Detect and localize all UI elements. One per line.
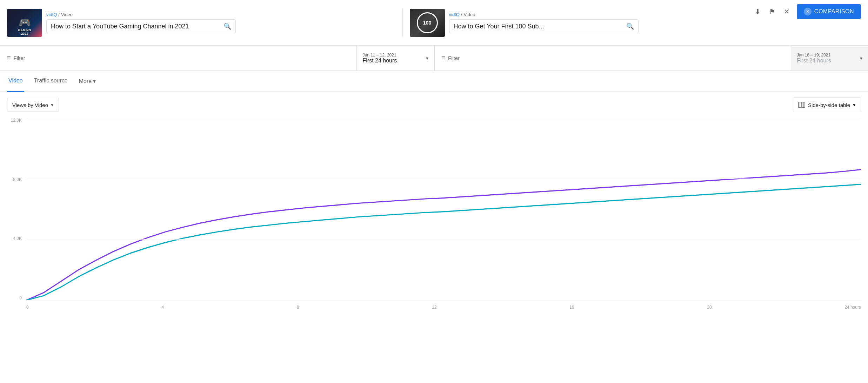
view-dropdown[interactable]: Side-by-side table ▾ (793, 98, 861, 112)
right-video-thumbnail: 100 (410, 9, 445, 37)
x-label-0: 0 (26, 305, 29, 310)
tab-more-label: More (79, 78, 92, 85)
x-label-8: 8 (297, 305, 299, 310)
right-video-title-input[interactable] (454, 23, 623, 30)
left-breadcrumb: vidIQ / Video (46, 12, 395, 17)
x-label-20: 20 (707, 305, 712, 310)
right-video-search-box[interactable]: 🔍 (449, 19, 639, 33)
left-filter-icon: ≡ (7, 54, 11, 62)
grid-line-4k (26, 239, 861, 240)
y-label-4k: 4.0K (13, 236, 22, 241)
right-filter-label[interactable]: Filter (448, 55, 460, 61)
cyan-series-line (26, 184, 861, 300)
comparison-label: COMPARISON (814, 8, 854, 15)
left-date-chevron-icon: ▾ (426, 55, 428, 61)
y-label-12k: 12.0K (11, 118, 22, 123)
tab-video[interactable]: Video (7, 71, 24, 92)
purple-series-line (26, 169, 861, 300)
top-header: 🎮 GAMING2021 vidIQ / Video 🔍 100 vidI (0, 0, 868, 46)
left-filter-label[interactable]: Filter (14, 55, 25, 61)
download-button[interactable]: ⬇ (753, 6, 762, 17)
tab-video-label: Video (8, 78, 23, 84)
grid-line-top (26, 118, 861, 118)
right-filter-icon: ≡ (442, 54, 446, 62)
left-brand[interactable]: vidIQ (46, 12, 57, 17)
left-date-picker[interactable]: Jan 11 – 12, 2021 First 24 hours ▾ (357, 46, 434, 70)
right-brand[interactable]: vidIQ (449, 12, 460, 17)
comparison-close-icon: ✕ (804, 8, 812, 15)
filter-bar: ≡ Filter Jan 11 – 12, 2021 First 24 hour… (0, 46, 868, 71)
right-breadcrumb-sep: / (461, 12, 462, 17)
left-search-icon[interactable]: 🔍 (223, 22, 231, 30)
chart-svg (26, 118, 861, 300)
right-date-picker[interactable]: Jan 18 – 19, 2021 First 24 hours ▾ (791, 46, 868, 70)
tab-nav: Video Traffic source More ▾ (0, 71, 868, 92)
left-date-period: First 24 hours (363, 58, 424, 64)
x-label-16: 16 (569, 305, 574, 310)
right-video-info: vidIQ / Video 🔍 (449, 12, 798, 33)
y-axis: 12.0K 8.0K 4.0K 0 (7, 118, 25, 300)
left-video-panel: 🎮 GAMING2021 vidIQ / Video 🔍 (0, 9, 403, 37)
x-label-12: 12 (432, 305, 436, 310)
chart-plot (26, 118, 861, 300)
top-actions: ⬇ ⚑ ✕ ✕ COMPARISON (746, 4, 868, 19)
left-date-info: Jan 11 – 12, 2021 First 24 hours (363, 53, 424, 64)
chart-container: 12.0K 8.0K 4.0K 0 0 4 8 12 (7, 118, 861, 314)
left-video-thumbnail: 🎮 GAMING2021 (7, 9, 42, 37)
x-axis: 0 4 8 12 16 20 24 hours (26, 300, 861, 314)
x-label-24: 24 hours (844, 305, 861, 310)
right-breadcrumb-section: Video (463, 12, 475, 17)
tab-traffic-source-label: Traffic source (34, 78, 68, 84)
comparison-button[interactable]: ✕ COMPARISON (797, 4, 861, 19)
flag-button[interactable]: ⚑ (768, 6, 777, 17)
tab-more-chevron-icon: ▾ (93, 78, 96, 85)
right-filter-section: ≡ Filter (434, 46, 791, 70)
close-button[interactable]: ✕ (782, 6, 791, 17)
grid-line-8k (26, 179, 861, 179)
view-dropdown-label: Side-by-side table (808, 102, 850, 108)
left-video-title-input[interactable] (51, 23, 221, 30)
x-label-4: 4 (161, 305, 164, 310)
metric-dropdown[interactable]: Views by Video ▾ (7, 98, 59, 112)
y-label-0: 0 (19, 295, 22, 300)
chart-toolbar: Views by Video ▾ Side-by-side table ▾ (0, 92, 868, 118)
left-video-info: vidIQ / Video 🔍 (46, 12, 395, 33)
metric-dropdown-label: Views by Video (12, 102, 48, 108)
side-by-side-table-icon (798, 101, 805, 108)
left-filter-section: ≡ Filter (0, 46, 357, 70)
right-thumb-graphic: 100 (417, 12, 438, 33)
right-breadcrumb: vidIQ / Video (449, 12, 798, 17)
metric-dropdown-chevron-icon: ▾ (51, 102, 54, 108)
chart-area: 12.0K 8.0K 4.0K 0 0 4 8 12 (0, 118, 868, 321)
right-date-period: First 24 hours (797, 58, 858, 64)
tab-traffic-source[interactable]: Traffic source (33, 71, 69, 92)
right-search-icon[interactable]: 🔍 (626, 22, 634, 30)
right-date-info: Jan 18 – 19, 2021 First 24 hours (797, 53, 858, 64)
left-breadcrumb-section: Video (61, 12, 73, 17)
y-label-8k: 8.0K (13, 177, 22, 182)
left-breadcrumb-sep: / (58, 12, 60, 17)
right-date-chevron-icon: ▾ (860, 55, 862, 61)
tab-more[interactable]: More ▾ (78, 78, 97, 85)
left-date-range: Jan 11 – 12, 2021 (363, 53, 424, 58)
view-dropdown-chevron-icon: ▾ (853, 102, 856, 108)
right-date-range: Jan 18 – 19, 2021 (797, 53, 858, 58)
left-video-search-box[interactable]: 🔍 (46, 19, 236, 33)
